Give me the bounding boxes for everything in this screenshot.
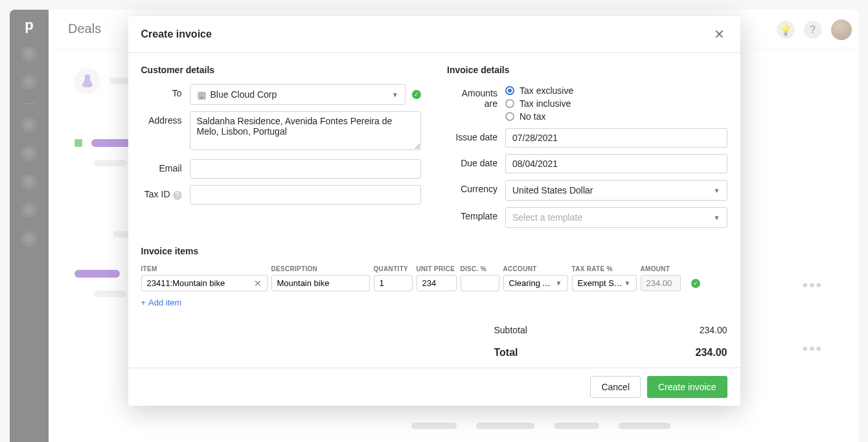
- header-amount: AMOUNT: [641, 265, 681, 272]
- address-input[interactable]: Saldanha Residence, Avenida Fontes Perei…: [190, 111, 422, 150]
- header-unit-price: UNIT PRICE: [417, 265, 457, 272]
- total-row: Total 234.00: [494, 339, 727, 362]
- line-item-row: 23411:Mountain bike✕ Mountain bike 1 234…: [141, 275, 727, 291]
- header-description: DESCRIPTION: [271, 265, 370, 272]
- chevron-down-icon: ▼: [714, 214, 720, 221]
- invoice-section-title: Invoice details: [447, 65, 727, 75]
- totals-block: Subtotal 234.00 Total 234.00: [494, 321, 727, 362]
- subtotal-value: 234.00: [700, 325, 727, 335]
- quantity-input[interactable]: 1: [374, 275, 413, 291]
- due-date-label: Due date: [447, 154, 505, 168]
- header-disc: DISC. %: [461, 265, 499, 272]
- subtotal-label: Subtotal: [494, 325, 527, 335]
- customer-section-title: Customer details: [141, 65, 422, 75]
- taxid-label: Tax ID?: [141, 185, 190, 200]
- create-invoice-button[interactable]: Create invoice: [647, 376, 727, 398]
- due-date-input[interactable]: [505, 154, 727, 173]
- cancel-button[interactable]: Cancel: [590, 376, 641, 398]
- modal-title: Create invoice: [141, 28, 212, 40]
- header-item: ITEM: [141, 265, 268, 272]
- unit-price-input[interactable]: 234: [417, 275, 457, 291]
- total-value: 234.00: [696, 347, 727, 359]
- account-select[interactable]: Clearing Acc…▼: [503, 275, 568, 291]
- total-label: Total: [494, 347, 518, 359]
- email-input[interactable]: [190, 159, 422, 179]
- currency-select[interactable]: United States Dollar ▼: [505, 180, 727, 201]
- chevron-down-icon: ▼: [392, 91, 398, 98]
- modal-header: Create invoice ✕: [128, 16, 740, 53]
- valid-check-icon: ✓: [691, 279, 700, 288]
- tax-exclusive-radio[interactable]: Tax exclusive: [505, 85, 727, 96]
- customer-details-section: Customer details To 🏢Blue Cloud Corp ▼ ✓: [141, 65, 422, 234]
- help-icon[interactable]: ?: [173, 191, 182, 200]
- amount-display: 234.00: [641, 275, 681, 291]
- no-tax-radio[interactable]: No tax: [505, 111, 727, 122]
- header-account: ACCOUNT: [503, 265, 568, 272]
- email-label: Email: [141, 159, 190, 173]
- organization-icon: 🏢: [197, 91, 207, 100]
- plus-icon: +: [141, 298, 146, 307]
- invoice-details-section: Invoice details Amounts are Tax exclusiv…: [447, 65, 727, 234]
- template-select[interactable]: Select a template ▼: [505, 207, 727, 228]
- items-header-row: ITEM DESCRIPTION QUANTITY UNIT PRICE DIS…: [141, 265, 727, 272]
- template-label: Template: [447, 207, 505, 221]
- chevron-down-icon: ▼: [624, 280, 631, 287]
- valid-check-icon: ✓: [412, 90, 421, 99]
- invoice-items-section: Invoice items ITEM DESCRIPTION QUANTITY …: [141, 246, 727, 362]
- header-quantity: QUANTITY: [374, 265, 413, 272]
- to-label: To: [141, 84, 190, 98]
- clear-icon[interactable]: ✕: [254, 278, 262, 289]
- add-item-button[interactable]: +Add item: [141, 298, 182, 307]
- chevron-down-icon: ▼: [714, 187, 720, 194]
- taxid-input[interactable]: [190, 185, 422, 204]
- tax-rate-select[interactable]: Exempt Sale…▼: [572, 275, 637, 291]
- tax-inclusive-radio[interactable]: Tax inclusive: [505, 98, 727, 109]
- discount-input[interactable]: [461, 275, 499, 291]
- amounts-label: Amounts are: [447, 84, 505, 109]
- to-customer-select[interactable]: 🏢Blue Cloud Corp ▼: [190, 84, 406, 105]
- currency-label: Currency: [447, 180, 505, 194]
- issue-date-label: Issue date: [447, 128, 505, 142]
- items-section-title: Invoice items: [141, 246, 727, 256]
- description-input[interactable]: Mountain bike: [271, 275, 370, 291]
- radio-icon: [505, 86, 514, 95]
- address-label: Address: [141, 111, 190, 126]
- issue-date-input[interactable]: [505, 128, 727, 148]
- radio-icon: [505, 112, 514, 121]
- radio-icon: [505, 99, 514, 108]
- close-icon[interactable]: ✕: [711, 27, 727, 42]
- header-tax-rate: TAX RATE %: [572, 265, 637, 272]
- create-invoice-modal: Create invoice ✕ Customer details To 🏢Bl…: [128, 16, 740, 406]
- modal-footer: Cancel Create invoice: [128, 368, 740, 406]
- chevron-down-icon: ▼: [556, 280, 562, 287]
- subtotal-row: Subtotal 234.00: [494, 321, 727, 339]
- modal-overlay: Create invoice ✕ Customer details To 🏢Bl…: [10, 10, 858, 442]
- item-input[interactable]: 23411:Mountain bike✕: [141, 275, 268, 291]
